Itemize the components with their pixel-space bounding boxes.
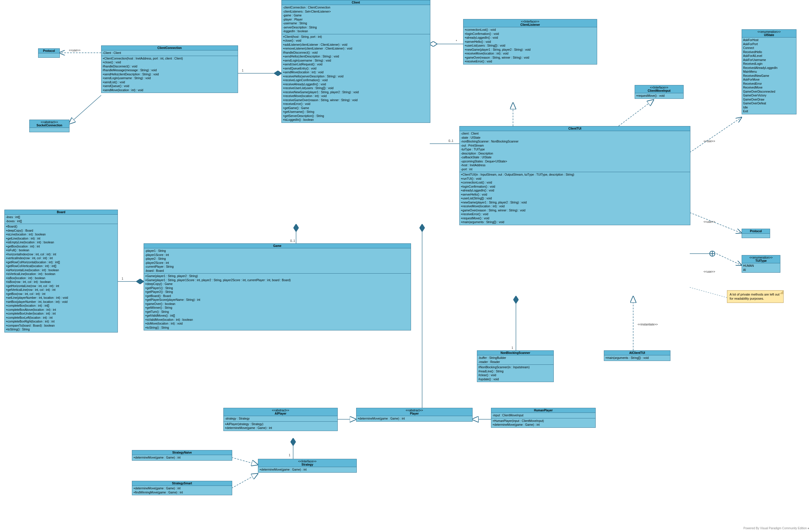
class-aiclienttui: AIClientTUI +main(arguments : String[]) … xyxy=(604,350,670,361)
note-readability: A lot of private methods are left out fo… xyxy=(727,290,784,303)
mult-01-game: 0..1 xyxy=(290,239,295,243)
mult-one-strat: 1 xyxy=(289,454,290,457)
class-tuitype: <<enumeration>>TUIType HUMANAI xyxy=(742,255,780,273)
class-player: <<abstract>>Player +determineMove(game :… xyxy=(356,408,473,422)
class-strategynaive: StrategyNaive +determineMove(game : Game… xyxy=(132,450,232,461)
footer-text: Powered By Visual Paradigm Community Edi… xyxy=(743,527,809,530)
class-humanplayer: HumanPlayer -input : ClientMoveInput +Hu… xyxy=(491,408,596,428)
class-nonblockingscanner: NonBlockingScanner -buffer : StringBuild… xyxy=(477,350,554,382)
class-socketconnection: <<abstract>>SocketConnection xyxy=(29,120,70,132)
class-aiplayer: <<abstract>>AIPlayer -strategy : Strateg… xyxy=(223,408,338,431)
class-clienttui: ClientTUI -client : Client-state : UISta… xyxy=(459,126,690,225)
mult-star: * xyxy=(456,40,457,43)
class-client: Client -clientConnection : ClientConnect… xyxy=(281,0,430,123)
use-uistate: <<use>> xyxy=(704,140,715,143)
class-protocol: Protocol xyxy=(38,48,60,58)
use-protocol: <<use>> xyxy=(704,220,715,224)
use-tuitype: <<use>> xyxy=(704,270,715,273)
class-strategy: <<Interface>>Strategy +determineMove(gam… xyxy=(258,459,357,473)
class-board: Board -lines : int[]-boxes : int[] +Boar… xyxy=(4,210,118,332)
mult-one-nbs: 1 xyxy=(511,346,513,349)
uml-canvas: { "footer": "Powered By Visual Paradigm … xyxy=(0,0,812,531)
mult-01-tui: 0..1 xyxy=(449,139,453,143)
class-clientlistener: <<Interface>>ClientListener +connectionL… xyxy=(463,19,597,64)
class-uistate: <<enumeration>>UIState AskForHostAskForP… xyxy=(742,29,796,114)
class-game: Game -player1 : String-player1Score : in… xyxy=(144,243,411,330)
mult-one: 1 xyxy=(242,69,244,72)
class-strategysmart: StrategySmart +determineMove(game : Game… xyxy=(132,481,232,495)
class-clientconnection: ClientConnection -Client : Client +Clien… xyxy=(101,45,238,93)
mult-one-board: 1 xyxy=(122,277,124,280)
conn-use-label: <<use>> xyxy=(69,49,81,52)
class-clientmoveinput: <<Interface>>ClientMoveInput +requestMov… xyxy=(635,85,684,99)
class-protocol2: Protocol xyxy=(742,229,770,238)
instantiate-lbl: <<instantiate>> xyxy=(638,323,658,326)
